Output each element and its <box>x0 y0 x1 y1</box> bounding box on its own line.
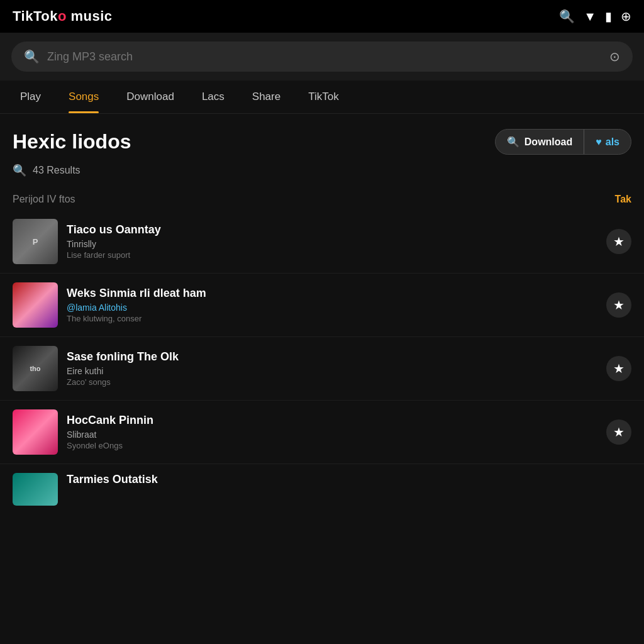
list-item[interactable]: Weks Sinmia rli dleat ham @lamia Alitohi… <box>0 274 644 337</box>
section-header: Perijod IV ftos Tak <box>0 187 644 210</box>
tab-share[interactable]: Share <box>238 80 294 113</box>
battery-icon: ▮ <box>605 9 612 24</box>
tab-tiktok[interactable]: TikTok <box>294 80 353 113</box>
song-thumbnail <box>13 409 58 455</box>
song-meta: The klutwing, conser <box>67 314 597 323</box>
song-title: HocCank Pinnin <box>67 414 597 427</box>
download-button-group[interactable]: 🔍 Download ♥ als <box>495 129 631 155</box>
search-icon[interactable]: 🔍 <box>559 9 575 24</box>
download-als-button[interactable]: ♥ als <box>584 130 631 154</box>
song-thumbnail <box>13 282 58 328</box>
favorite-button[interactable]: ★ <box>606 229 631 254</box>
download-button[interactable]: 🔍 Download <box>496 130 584 154</box>
favorite-button[interactable]: ★ <box>606 292 631 318</box>
song-thumbnail: tho <box>13 346 58 391</box>
header-icons: 🔍 ▼ ▮ ⊕ <box>559 9 631 24</box>
search-bar-icon: 🔍 <box>24 49 40 64</box>
tab-download[interactable]: Download <box>113 80 188 113</box>
song-list: P Tiaco us Oanntay Tinrislly Lise farder… <box>0 210 644 514</box>
song-artist: Eire kuthi <box>67 366 597 376</box>
list-item[interactable]: HocCank Pinnin Slibraat Syondel eOngs ★ <box>0 401 644 464</box>
mic-icon[interactable]: ⊙ <box>609 49 620 64</box>
results-count: 43 Results <box>33 165 80 176</box>
download-label: Download <box>525 136 572 148</box>
nav-tabs: Play Songs Download Lacs Share TikTok <box>0 80 644 114</box>
logo-tiktok: TikTok <box>13 8 58 24</box>
favorite-button[interactable]: ★ <box>606 356 631 381</box>
song-info: Sase fonling The Olk Eire kuthi Zaco' so… <box>67 350 597 387</box>
song-thumbnail: P <box>13 219 58 264</box>
song-artist: @lamia Alitohis <box>67 303 597 313</box>
song-artist: Slibraat <box>67 430 597 440</box>
app-logo: TikToko music <box>13 8 113 25</box>
results-title: Hexic liodos <box>13 130 131 153</box>
list-item[interactable]: Tarmies Outatisk <box>0 464 644 514</box>
song-artist: Tinrislly <box>67 239 597 249</box>
tab-songs[interactable]: Songs <box>55 80 113 113</box>
song-info: Tiaco us Oanntay Tinrislly Lise farder s… <box>67 223 597 260</box>
results-header: Hexic liodos 🔍 Download ♥ als <box>0 114 644 161</box>
als-label: als <box>606 136 619 148</box>
header: TikToko music 🔍 ▼ ▮ ⊕ <box>0 0 644 33</box>
search-input[interactable]: Zing MP3 search <box>47 50 602 64</box>
song-thumbnail <box>13 473 58 506</box>
list-item[interactable]: tho Sase fonling The Olk Eire kuthi Zaco… <box>0 337 644 401</box>
song-title: Tarmies Outatisk <box>67 473 631 486</box>
person-icon[interactable]: ⊕ <box>621 9 631 24</box>
logo-suffix: music <box>67 8 113 24</box>
results-search-icon: 🔍 <box>13 164 26 177</box>
search-bar-section: 🔍 Zing MP3 search ⊙ <box>0 33 644 80</box>
song-meta: Zaco' songs <box>67 377 597 387</box>
dropdown-icon[interactable]: ▼ <box>584 9 596 24</box>
song-meta: Lise farder suport <box>67 250 597 260</box>
song-meta: Syondel eOngs <box>67 441 597 450</box>
section-label: Perijod IV ftos <box>13 194 75 205</box>
song-info: Weks Sinmia rli dleat ham @lamia Alitohi… <box>67 287 597 323</box>
heart-icon: ♥ <box>596 136 602 148</box>
section-action-button[interactable]: Tak <box>615 194 631 205</box>
favorite-button[interactable]: ★ <box>606 419 631 445</box>
song-info: Tarmies Outatisk <box>67 473 631 489</box>
song-title: Tiaco us Oanntay <box>67 223 597 236</box>
results-count-row: 🔍 43 Results <box>0 161 644 187</box>
song-title: Sase fonling The Olk <box>67 350 597 364</box>
list-item[interactable]: P Tiaco us Oanntay Tinrislly Lise farder… <box>0 210 644 274</box>
search-small-icon: 🔍 <box>507 136 519 148</box>
tab-play[interactable]: Play <box>6 80 55 113</box>
song-title: Weks Sinmia rli dleat ham <box>67 287 597 300</box>
search-bar[interactable]: 🔍 Zing MP3 search ⊙ <box>11 42 633 72</box>
tab-lacs[interactable]: Lacs <box>188 80 238 113</box>
song-info: HocCank Pinnin Slibraat Syondel eOngs <box>67 414 597 450</box>
